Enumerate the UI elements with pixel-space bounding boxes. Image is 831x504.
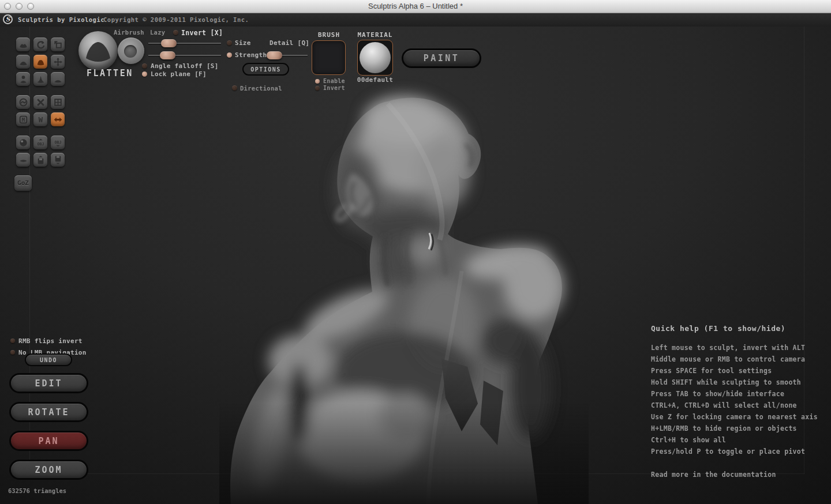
app-header: S Sculptris by Pixologic Copyright © 200… xyxy=(0,13,831,27)
tool-smooth-button[interactable] xyxy=(51,72,65,86)
flatten-profile-icon xyxy=(78,31,118,70)
tool-grab-button[interactable] xyxy=(51,55,65,69)
size-label: Size xyxy=(235,39,251,47)
tool-draw-button[interactable] xyxy=(16,55,30,69)
zoom-mode-button[interactable]: ZOOM xyxy=(9,460,88,480)
lazy-label: Lazy xyxy=(150,29,166,36)
svg-text:OBJ: OBJ xyxy=(54,140,61,145)
svg-text:M: M xyxy=(21,117,25,123)
wireframe-button[interactable]: W xyxy=(33,112,47,126)
brush-enable-radio[interactable] xyxy=(315,79,320,84)
directional-label: Directional xyxy=(240,85,282,92)
tool-scale-button[interactable] xyxy=(51,37,65,51)
quick-help-panel: Quick help (F1 to show/hide) Left mouse … xyxy=(651,324,824,480)
subdivide-all-button[interactable] xyxy=(51,95,65,109)
help-line: Use Z for locking camera to nearest axis xyxy=(651,411,824,423)
directional-radio[interactable] xyxy=(232,85,237,91)
mask-brush-button[interactable]: M xyxy=(16,112,30,126)
help-line: Press SPACE for tool settings xyxy=(651,365,824,377)
lock-plane-label: Lock plane [F] xyxy=(151,70,207,78)
open-obj-button[interactable]: OBJ xyxy=(33,136,47,149)
lock-plane-radio[interactable] xyxy=(142,72,147,77)
material-name: 00default xyxy=(356,76,394,84)
triangle-count: 632576 triangles xyxy=(8,487,66,494)
brush-panel-title: BRUSH xyxy=(312,31,346,39)
undo-button[interactable]: UNDO xyxy=(25,353,72,366)
help-line: CTRL+A, CTRL+D will select all/none xyxy=(651,400,824,411)
airbrush-knob-indicator xyxy=(124,45,137,58)
brush-invert-radio[interactable] xyxy=(315,86,320,91)
no-lmb-navigation-radio[interactable] xyxy=(10,350,15,355)
save-obj-button[interactable]: OBJ xyxy=(51,136,65,149)
goz-button[interactable]: GoZ xyxy=(14,175,32,191)
lazy-slider-track[interactable] xyxy=(148,55,221,56)
paint-mode-button[interactable]: PAINT xyxy=(402,48,481,68)
rmb-flips-invert-label: RMB flips invert xyxy=(18,337,83,345)
brush-invert-label: Invert xyxy=(323,85,345,91)
tool-rotate-button[interactable] xyxy=(33,37,47,51)
airbrush-slider-handle[interactable] xyxy=(161,39,177,47)
material-slot[interactable] xyxy=(357,40,393,76)
airbrush-label: Airbrush xyxy=(114,29,144,36)
airbrush-knob[interactable] xyxy=(118,37,144,64)
airbrush-slider-track[interactable] xyxy=(148,43,221,44)
symmetry-button[interactable] xyxy=(51,112,65,126)
app-logo-icon: S xyxy=(3,14,13,24)
help-line: H+LMB/RMB to hide region or objects xyxy=(651,423,824,434)
brush-texture-slot[interactable] xyxy=(312,40,346,75)
open-scene-button[interactable] xyxy=(33,153,47,167)
toggle-smooth-shading-button[interactable] xyxy=(16,95,30,109)
size-radio[interactable] xyxy=(227,40,232,46)
pan-mode-button[interactable]: PAN xyxy=(9,431,88,451)
brush-preview[interactable] xyxy=(78,31,118,70)
strength-label: Strength xyxy=(235,51,267,59)
angle-falloff-label: Angle falloff [S] xyxy=(151,62,219,70)
new-plane-button[interactable] xyxy=(16,153,30,167)
material-panel-title: MATERIAL xyxy=(355,31,395,39)
lazy-slider-handle[interactable] xyxy=(160,51,175,59)
help-line: Left mouse to sculpt, invert with ALT xyxy=(651,342,824,353)
invert-x-radio[interactable] xyxy=(173,30,178,35)
help-line: Hold SHIFT while sculpting to smooth xyxy=(651,377,824,388)
new-sphere-button[interactable] xyxy=(16,136,30,149)
app-brand: Sculptris by Pixologic xyxy=(18,16,104,23)
angle-falloff-radio[interactable] xyxy=(142,63,147,69)
tool-flatten-button[interactable] xyxy=(33,55,47,69)
reduce-selected-button[interactable] xyxy=(33,95,47,109)
material-sphere-preview xyxy=(360,42,391,73)
brush-enable-label: Enable xyxy=(323,78,345,84)
edit-mode-button[interactable]: EDIT xyxy=(9,373,88,393)
quick-help-title: Quick help (F1 to show/hide) xyxy=(651,324,824,333)
help-line: Press/hold P to toggle or place pivot xyxy=(651,446,824,457)
tool-pinch-button[interactable] xyxy=(33,72,47,86)
rotate-mode-button[interactable]: ROTATE xyxy=(9,402,88,422)
svg-text:W: W xyxy=(38,116,43,124)
save-scene-button[interactable] xyxy=(51,153,65,167)
help-line: Press TAB to show/hide interface xyxy=(651,388,824,400)
window-titlebar: Sculptris Alpha 6 – Untitled * xyxy=(0,0,831,13)
invert-x-label: Invert [X] xyxy=(181,29,223,37)
strength-slider-handle[interactable] xyxy=(267,51,282,59)
strength-radio[interactable] xyxy=(227,52,232,58)
help-line: Middle mouse or RMB to control camera xyxy=(651,353,824,365)
help-footer: Read more in the documentation xyxy=(651,469,824,480)
active-tool-name: FLATTEN xyxy=(87,68,133,78)
app-copyright: Copyright © 2009-2011 Pixologic, Inc. xyxy=(103,16,249,23)
detail-label: Detail [Q] xyxy=(269,39,309,47)
svg-text:OBJ: OBJ xyxy=(37,142,44,146)
tool-inflate-button[interactable] xyxy=(16,72,30,86)
window-title: Sculptris Alpha 6 – Untitled * xyxy=(0,2,831,10)
options-button[interactable]: OPTIONS xyxy=(242,63,289,76)
rmb-flips-invert-radio[interactable] xyxy=(10,338,15,343)
help-line: Ctrl+H to show all xyxy=(651,434,824,446)
tool-crease-button[interactable] xyxy=(16,37,30,51)
